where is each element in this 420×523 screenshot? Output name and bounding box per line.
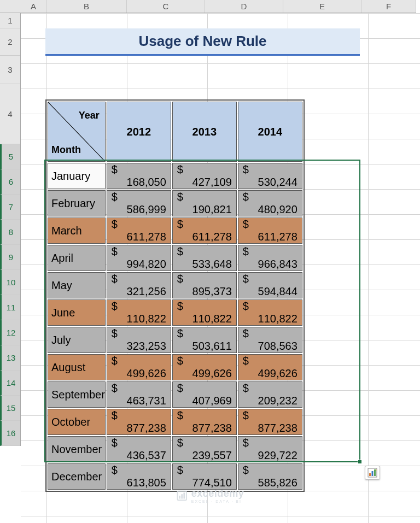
cell-month[interactable]: June: [48, 299, 106, 326]
row-header-14[interactable]: 14: [0, 371, 20, 396]
row-header-13[interactable]: 13: [0, 345, 20, 371]
cell-value[interactable]: $594,844: [238, 272, 302, 298]
row-header-6[interactable]: 6: [0, 169, 20, 195]
cell-value[interactable]: $503,611: [172, 327, 237, 353]
row-headers: 12345678910111213141516: [0, 13, 21, 446]
cell-value[interactable]: $110,822: [238, 299, 302, 326]
cell-value[interactable]: $323,253: [107, 327, 171, 353]
cell-value[interactable]: $110,822: [107, 299, 171, 326]
svg-rect-3: [372, 471, 374, 476]
cell-value[interactable]: $436,537: [107, 436, 171, 462]
cell-month[interactable]: September: [48, 381, 106, 408]
row-header-12[interactable]: 12: [0, 320, 20, 345]
cell-value[interactable]: $586,999: [107, 190, 171, 216]
cell-month[interactable]: January: [48, 163, 106, 189]
svg-rect-8: [183, 493, 185, 499]
cell-month[interactable]: November: [48, 436, 106, 462]
cell-value[interactable]: $895,373: [172, 272, 237, 298]
cell-value[interactable]: $499,626: [107, 354, 171, 380]
row-header-2[interactable]: 2: [0, 28, 20, 56]
cell-value[interactable]: $994,820: [107, 245, 171, 271]
header-year-label: Year: [79, 110, 100, 121]
row-header-11[interactable]: 11: [0, 295, 20, 320]
quick-analysis-icon: [368, 468, 377, 478]
col-header-D[interactable]: D: [205, 0, 283, 13]
cell-value[interactable]: $533,648: [172, 245, 237, 271]
column-headers: ABCDEF: [0, 0, 416, 13]
col-header-A[interactable]: A: [21, 0, 46, 13]
watermark-name: exceldemy: [191, 488, 244, 500]
svg-rect-7: [181, 494, 183, 498]
watermark: exceldemy EXCEL · DATA · BI: [176, 488, 244, 503]
row-header-4[interactable]: 4: [0, 84, 20, 144]
watermark-tag: EXCEL · DATA · BI: [191, 500, 244, 503]
quick-analysis-button[interactable]: [365, 466, 380, 480]
spreadsheet-view: ABCDEF 12345678910111213141516 Usage of …: [0, 0, 420, 523]
cell-month[interactable]: March: [48, 218, 106, 244]
row-header-10[interactable]: 10: [0, 270, 20, 295]
cell-value[interactable]: $530,244: [238, 163, 302, 189]
header-month-year-cell[interactable]: YearMonth: [48, 102, 106, 162]
cell-value[interactable]: $611,278: [107, 218, 171, 244]
col-header-E[interactable]: E: [283, 0, 361, 13]
cell-value[interactable]: $110,822: [172, 299, 237, 326]
row-header-3[interactable]: 3: [0, 56, 20, 84]
svg-rect-4: [374, 469, 376, 476]
row-header-9[interactable]: 9: [0, 245, 20, 270]
col-header-C[interactable]: C: [127, 0, 205, 13]
cell-value[interactable]: $877,238: [238, 409, 302, 435]
cell-value[interactable]: $499,626: [238, 354, 302, 380]
row-header-15[interactable]: 15: [0, 396, 20, 421]
row-header-5[interactable]: 5: [0, 144, 20, 169]
cell-month[interactable]: May: [48, 272, 106, 298]
cell-value[interactable]: $190,821: [172, 190, 237, 216]
svg-rect-6: [179, 496, 180, 499]
svg-rect-2: [369, 473, 371, 476]
row-header-1[interactable]: 1: [0, 13, 20, 28]
header-year-2012[interactable]: 2012: [107, 102, 171, 162]
watermark-icon: [176, 490, 188, 502]
col-header-B[interactable]: B: [46, 0, 127, 13]
header-month-label: Month: [51, 144, 81, 156]
cell-month[interactable]: August: [48, 354, 106, 380]
cell-month[interactable]: February: [48, 190, 106, 216]
row-header-16[interactable]: 16: [0, 421, 20, 446]
cell-value[interactable]: $877,238: [107, 409, 171, 435]
cell-value[interactable]: $499,626: [172, 354, 237, 380]
row-header-8[interactable]: 8: [0, 220, 20, 245]
col-header-F[interactable]: F: [361, 0, 416, 13]
header-year-2013[interactable]: 2013: [172, 102, 237, 162]
cell-month[interactable]: October: [48, 409, 106, 435]
cell-value[interactable]: $611,278: [238, 218, 302, 244]
cell-value[interactable]: $613,805: [107, 463, 171, 490]
cell-value[interactable]: $480,920: [238, 190, 302, 216]
cell-value[interactable]: $708,563: [238, 327, 302, 353]
cell-value[interactable]: $321,256: [107, 272, 171, 298]
cell-month[interactable]: July: [48, 327, 106, 353]
cell-month[interactable]: December: [48, 463, 106, 490]
cell-value[interactable]: $168,050: [107, 163, 171, 189]
cell-value[interactable]: $239,557: [172, 436, 237, 462]
cell-value[interactable]: $407,969: [172, 381, 237, 408]
header-year-2014[interactable]: 2014: [238, 102, 302, 162]
row-header-7[interactable]: 7: [0, 195, 20, 220]
cell-value[interactable]: $611,278: [172, 218, 237, 244]
cell-value[interactable]: $585,826: [238, 463, 302, 490]
cell-value[interactable]: $966,843: [238, 245, 302, 271]
cell-value[interactable]: $463,731: [107, 381, 171, 408]
cell-value[interactable]: $427,109: [172, 163, 237, 189]
page-title: Usage of New Rule: [45, 28, 360, 56]
cell-value[interactable]: $877,238: [172, 409, 237, 435]
fill-handle[interactable]: [358, 460, 362, 464]
cell-value[interactable]: $774,510: [172, 463, 237, 490]
cell-value[interactable]: $929,722: [238, 436, 302, 462]
data-table: YearMonth201220132014January$168,050$427…: [45, 99, 305, 492]
cell-value[interactable]: $209,232: [238, 381, 302, 408]
cell-month[interactable]: April: [48, 245, 106, 271]
